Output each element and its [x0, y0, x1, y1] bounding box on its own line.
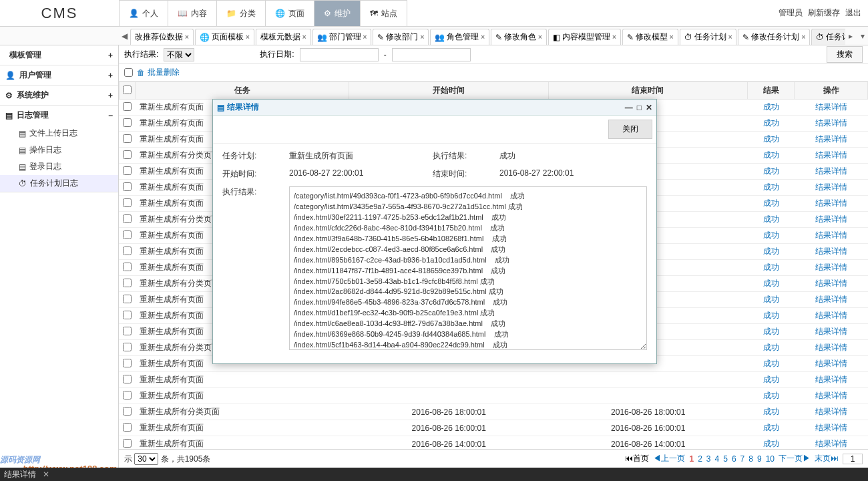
- subtab-close-icon[interactable]: ×: [612, 33, 616, 41]
- row-result[interactable]: 成功: [763, 166, 779, 176]
- row-result[interactable]: 成功: [763, 214, 779, 224]
- subtab-close-icon[interactable]: ×: [246, 33, 250, 41]
- row-detail-link[interactable]: 结果详情: [815, 263, 847, 272]
- subtab-角色管理[interactable]: 👥角色管理×: [430, 29, 489, 45]
- row-checkbox[interactable]: [123, 182, 132, 191]
- toptab-内容[interactable]: 📖内容: [168, 0, 217, 26]
- subtab-close-icon[interactable]: ×: [302, 33, 306, 41]
- row-detail-link[interactable]: 结果详情: [815, 327, 847, 336]
- toptab-维护[interactable]: ⚙维护: [314, 0, 361, 26]
- row-checkbox[interactable]: [123, 311, 132, 319]
- row-detail-link[interactable]: 结果详情: [815, 423, 847, 432]
- pager-page-10[interactable]: 10: [766, 454, 775, 464]
- subtab-修改角色[interactable]: ✎修改角色×: [491, 29, 547, 45]
- subtab-修改模型[interactable]: ✎修改模型×: [622, 29, 678, 45]
- row-detail-link[interactable]: 结果详情: [815, 247, 847, 256]
- pager-page-7[interactable]: 7: [740, 454, 745, 464]
- row-detail-link[interactable]: 结果详情: [815, 343, 847, 352]
- row-result[interactable]: 成功: [763, 311, 779, 320]
- row-checkbox[interactable]: [123, 327, 132, 335]
- row-result[interactable]: 成功: [763, 198, 779, 208]
- row-detail-link[interactable]: 结果详情: [815, 230, 847, 240]
- maximize-icon[interactable]: □: [637, 103, 642, 112]
- row-checkbox[interactable]: [123, 102, 132, 111]
- row-detail-link[interactable]: 结果详情: [815, 150, 847, 160]
- row-checkbox[interactable]: [123, 359, 132, 367]
- toplink-退出[interactable]: 退出: [845, 7, 861, 19]
- subtab-内容模型管理[interactable]: ◧内容模型管理×: [548, 29, 621, 45]
- row-detail-link[interactable]: 结果详情: [815, 134, 847, 144]
- toplink-刷新缓存[interactable]: 刷新缓存: [808, 7, 840, 19]
- bottom-tab-close-icon[interactable]: ✕: [43, 470, 49, 479]
- row-checkbox[interactable]: [123, 439, 132, 448]
- row-result[interactable]: 成功: [763, 359, 779, 368]
- bottom-tab[interactable]: 结果详情: [4, 469, 36, 480]
- row-result[interactable]: 成功: [763, 327, 779, 336]
- row-checkbox[interactable]: [123, 423, 132, 432]
- subtab-部门管理[interactable]: 👥部门管理×: [312, 29, 372, 45]
- row-detail-link[interactable]: 结果详情: [815, 359, 847, 368]
- row-result[interactable]: 成功: [763, 375, 779, 384]
- row-result[interactable]: 成功: [763, 391, 779, 400]
- row-detail-link[interactable]: 结果详情: [815, 391, 847, 400]
- toggle-icon[interactable]: +: [108, 71, 113, 80]
- row-checkbox[interactable]: [123, 295, 132, 303]
- close-icon[interactable]: ✕: [646, 103, 652, 112]
- subtab-close-icon[interactable]: ×: [185, 33, 189, 41]
- toptab-站点[interactable]: 🗺站点: [361, 0, 407, 26]
- toptab-分类[interactable]: 📁分类: [217, 0, 266, 26]
- pager-page-6[interactable]: 6: [732, 454, 736, 464]
- toptab-个人[interactable]: 👤个人: [119, 0, 168, 26]
- sideitem-任务计划日志[interactable]: ⏱任务计划日志: [0, 175, 118, 192]
- pager-first[interactable]: ⏮首页: [625, 453, 649, 464]
- row-detail-link[interactable]: 结果详情: [815, 279, 847, 288]
- pager-last[interactable]: 末页⏭: [815, 453, 839, 464]
- subtab-改推荐位数据[interactable]: 改推荐位数据×: [130, 29, 194, 45]
- select-all-checkbox[interactable]: [124, 68, 133, 77]
- row-result[interactable]: 成功: [763, 150, 779, 160]
- filter-date-end[interactable]: [392, 48, 471, 61]
- sidegroup-模板管理[interactable]: 模板管理+: [0, 45, 118, 65]
- subtab-close-icon[interactable]: ×: [481, 33, 485, 41]
- row-result[interactable]: 成功: [763, 423, 779, 432]
- row-checkbox[interactable]: [123, 247, 132, 255]
- toplink-管理员[interactable]: 管理员: [779, 7, 803, 19]
- subtab-任务计划日志[interactable]: ⏱任务计划日志×: [811, 29, 845, 45]
- dialog-close-button[interactable]: 关闭: [608, 120, 652, 139]
- sidegroup-系统维护[interactable]: ⚙系统维护+: [0, 86, 118, 105]
- sidegroup-用户管理[interactable]: 👤用户管理+: [0, 65, 118, 85]
- row-checkbox[interactable]: [123, 391, 132, 399]
- row-result[interactable]: 成功: [763, 134, 779, 144]
- row-checkbox[interactable]: [123, 279, 132, 287]
- filter-result-select[interactable]: 不限: [164, 48, 194, 61]
- row-checkbox[interactable]: [123, 230, 132, 239]
- toggle-icon[interactable]: −: [108, 111, 113, 120]
- row-checkbox[interactable]: [123, 118, 132, 127]
- subtab-scroll-left[interactable]: ◀: [119, 27, 130, 45]
- row-detail-link[interactable]: 结果详情: [815, 102, 847, 112]
- subtab-close-icon[interactable]: ×: [801, 33, 805, 41]
- pager-goto-input[interactable]: [843, 454, 863, 464]
- subtab-close-icon[interactable]: ×: [363, 33, 367, 41]
- row-checkbox[interactable]: [123, 134, 132, 143]
- row-detail-link[interactable]: 结果详情: [815, 439, 847, 448]
- row-result[interactable]: 成功: [763, 407, 779, 416]
- row-result[interactable]: 成功: [763, 439, 779, 448]
- subtab-menu[interactable]: ▾: [857, 27, 868, 45]
- pager-page-9[interactable]: 9: [757, 454, 762, 464]
- page-size-select[interactable]: 30: [134, 453, 158, 465]
- row-checkbox[interactable]: [123, 166, 132, 175]
- subtab-close-icon[interactable]: ×: [670, 33, 674, 41]
- toggle-icon[interactable]: +: [108, 51, 113, 60]
- pager-prev[interactable]: ◀上一页: [653, 453, 685, 464]
- row-result[interactable]: 成功: [763, 118, 779, 128]
- row-detail-link[interactable]: 结果详情: [815, 214, 847, 224]
- minimize-icon[interactable]: —: [625, 103, 633, 112]
- row-checkbox[interactable]: [123, 263, 132, 271]
- subtab-模板元数据[interactable]: 模板元数据×: [256, 29, 311, 45]
- row-checkbox[interactable]: [123, 343, 132, 351]
- row-detail-link[interactable]: 结果详情: [815, 118, 847, 128]
- pager-page-2[interactable]: 2: [698, 454, 702, 464]
- row-result[interactable]: 成功: [763, 279, 779, 288]
- subtab-任务计划[interactable]: ⏱任务计划×: [680, 29, 737, 45]
